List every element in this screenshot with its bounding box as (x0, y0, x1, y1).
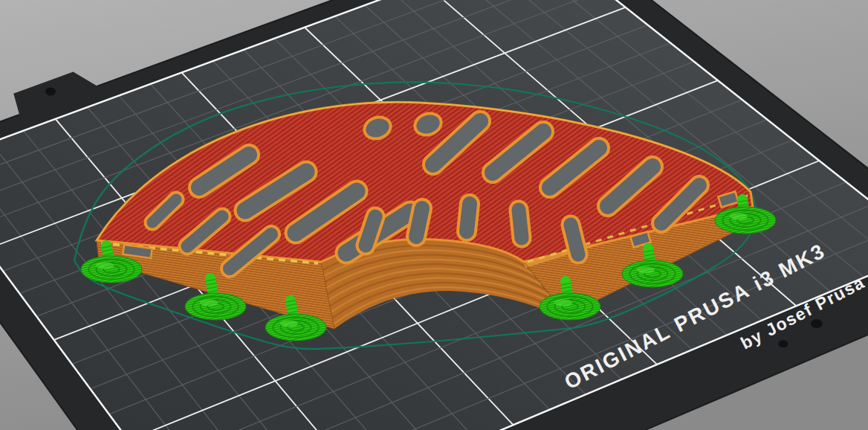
slicer-scene[interactable]: ORIGINAL PRUSA i3 MK3 by Josef Prusa (0, 0, 868, 430)
viewport-3d[interactable]: ORIGINAL PRUSA i3 MK3 by Josef Prusa (0, 0, 868, 430)
